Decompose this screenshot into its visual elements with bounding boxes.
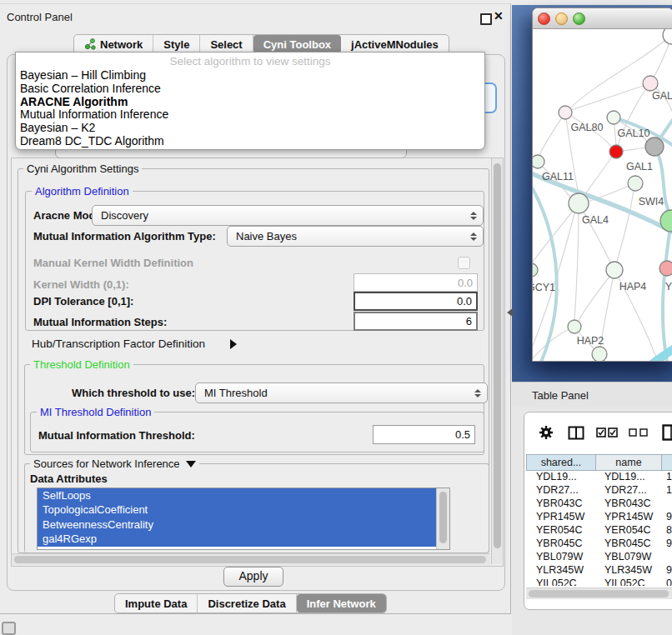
network-node[interactable]: [592, 347, 607, 362]
close-traffic-light-icon[interactable]: [538, 12, 550, 25]
table-icon[interactable]: [662, 424, 672, 441]
tab-cyni-toolbox[interactable]: Cyni Toolbox: [253, 35, 341, 53]
network-node[interactable]: [659, 261, 672, 276]
control-panel-title: Control Panel: [7, 11, 73, 23]
network-node[interactable]: [559, 106, 572, 119]
network-node[interactable]: [533, 155, 544, 168]
table-cell: YER054C: [526, 524, 598, 538]
attribute-item[interactable]: TopologicalCoefficient: [38, 502, 441, 517]
table-row[interactable]: YBL079WYBL079W: [526, 551, 672, 564]
mi-steps-field[interactable]: 6: [354, 312, 478, 331]
aracne-mode-combo[interactable]: Discovery: [92, 205, 484, 226]
table-header-row: shared...nameA: [526, 454, 672, 471]
float-window-icon[interactable]: [480, 13, 492, 25]
algorithm-option[interactable]: Dream8 DC_TDC Algorithm: [16, 135, 484, 148]
table-row[interactable]: YIL052CYIL052C0.: [526, 578, 672, 586]
network-view-window: GALGAL80GAL10GAL1GAL11SWI4GAL4GCY1HAP4YH…: [532, 8, 672, 362]
network-node[interactable]: [643, 76, 658, 91]
checked-boxes-icon[interactable]: [596, 428, 618, 438]
data-attributes-label: Data Attributes: [30, 472, 108, 485]
table-row[interactable]: YBR043CYBR043C: [526, 498, 672, 511]
attribute-item[interactable]: gal4RGexp: [38, 532, 441, 546]
table-body: YDL19...YDL19...13YDR27...YDR27...12YBR0…: [526, 471, 672, 586]
table-row[interactable]: YPR145WYPR145W9.: [526, 511, 672, 524]
algorithm-option[interactable]: Basic Correlation Inference: [16, 82, 484, 96]
tab-discretize-data[interactable]: Discretize Data: [198, 594, 296, 612]
table-panel-card: shared...nameA YDL19...YDL19...13YDR27..…: [524, 412, 672, 610]
table-cell: YBL079W: [526, 551, 598, 564]
algorithm-dropdown-placeholder: Select algorithm to view settings: [16, 52, 484, 69]
table-cell: 9.: [663, 511, 672, 524]
network-node[interactable]: [645, 138, 664, 156]
which-threshold-combo[interactable]: MI Threshold: [195, 382, 488, 403]
algorithm-option[interactable]: Mutual Information Inference: [16, 108, 484, 122]
tab-network[interactable]: Network: [74, 35, 153, 53]
attribute-item[interactable]: SelfLoops: [38, 488, 441, 502]
kernel-width-field: 0.0: [354, 273, 478, 292]
table-column-header[interactable]: name: [595, 454, 661, 471]
network-node-label: GCY1: [533, 282, 555, 293]
network-node[interactable]: [609, 145, 623, 158]
network-node[interactable]: [606, 262, 623, 278]
tab-impute-data[interactable]: Impute Data: [115, 594, 198, 612]
mi-algorithm-type-combo[interactable]: Naive Bayes: [227, 226, 484, 247]
network-window-titlebar[interactable]: [533, 8, 672, 29]
algorithm-option[interactable]: Bayesian – Hill Climbing: [16, 69, 484, 82]
algorithm-option[interactable]: ARACNE Algorithm: [16, 96, 484, 109]
tab-infer-network-label: Infer Network: [307, 598, 376, 610]
split-columns-icon[interactable]: [568, 426, 584, 440]
table-row[interactable]: YBR045CYBR045C9.: [526, 538, 672, 551]
table-horizontal-scrollbar[interactable]: [526, 588, 672, 599]
network-edge: [539, 112, 565, 156]
table-column-header[interactable]: shared...: [526, 454, 595, 471]
table-cell: YDL19...: [526, 471, 598, 484]
manual-kernel-checkbox[interactable]: [458, 257, 470, 269]
tab-jactivemnodules[interactable]: jActiveMNodules: [341, 35, 449, 53]
tab-style[interactable]: Style: [153, 35, 200, 53]
table-cell: [663, 551, 672, 564]
table-column-header[interactable]: A: [661, 454, 672, 471]
control-panel-window: Control Panel ✕ Network Style Select Cyn…: [0, 3, 511, 614]
table-row[interactable]: YLR345WYLR345W9.: [526, 564, 672, 578]
network-node[interactable]: [663, 29, 672, 44]
tab-network-label: Network: [100, 38, 143, 51]
network-edge: [584, 152, 616, 196]
mi-steps-label: Mutual Information Steps:: [33, 316, 167, 328]
status-grid-icon[interactable]: [2, 622, 16, 635]
minimize-traffic-light-icon[interactable]: [555, 12, 568, 25]
sources-group-title: Sources for Network Inference: [30, 458, 199, 470]
tab-select[interactable]: Select: [200, 35, 253, 53]
mi-algorithm-type-value: Naive Bayes: [236, 230, 297, 242]
network-node[interactable]: [628, 176, 643, 191]
table-row[interactable]: YER054CYER054C8.: [526, 524, 672, 538]
collapse-arrow-icon[interactable]: [186, 461, 196, 468]
close-icon[interactable]: ✕: [494, 9, 504, 22]
attribute-item[interactable]: BetweennessCentrality: [38, 518, 441, 532]
network-canvas[interactable]: GALGAL80GAL10GAL1GAL11SWI4GAL4GCY1HAP4YH…: [533, 29, 672, 362]
zoom-traffic-light-icon[interactable]: [573, 12, 585, 25]
gear-icon[interactable]: [538, 424, 554, 441]
table-cell: 12: [663, 484, 672, 498]
tab-infer-network[interactable]: Infer Network: [297, 594, 386, 612]
network-node[interactable]: [533, 263, 538, 277]
threshold-definition-title: Threshold Definition: [30, 358, 133, 371]
network-node[interactable]: [607, 111, 620, 124]
algorithm-option[interactable]: Bayesian – K2: [16, 122, 484, 135]
stepper-icon: [470, 212, 477, 220]
apply-button[interactable]: Apply: [223, 567, 283, 587]
settings-vertical-scrollbar[interactable]: [491, 158, 503, 564]
panel-resize-arrow-icon[interactable]: [507, 308, 513, 317]
dpi-tolerance-field[interactable]: 0.0: [354, 292, 478, 311]
network-node[interactable]: [569, 193, 589, 213]
hub-section-label: Hub/Transcription Factor Definition: [32, 338, 205, 350]
unchecked-boxes-icon[interactable]: [629, 428, 649, 437]
attributes-scrollbar[interactable]: [436, 488, 449, 549]
hub-expand-arrow-icon[interactable]: [230, 338, 237, 352]
network-node[interactable]: [568, 320, 581, 333]
settings-horizontal-scrollbar[interactable]: [12, 553, 490, 565]
algorithm-dropdown-list: Bayesian – Hill ClimbingBasic Correlatio…: [16, 69, 484, 148]
table-row[interactable]: YDR27...YDR27...12: [526, 484, 672, 498]
mi-threshold-field[interactable]: 0.5: [373, 425, 475, 444]
table-panel-title: Table Panel: [512, 389, 589, 402]
table-row[interactable]: YDL19...YDL19...13: [526, 471, 672, 484]
